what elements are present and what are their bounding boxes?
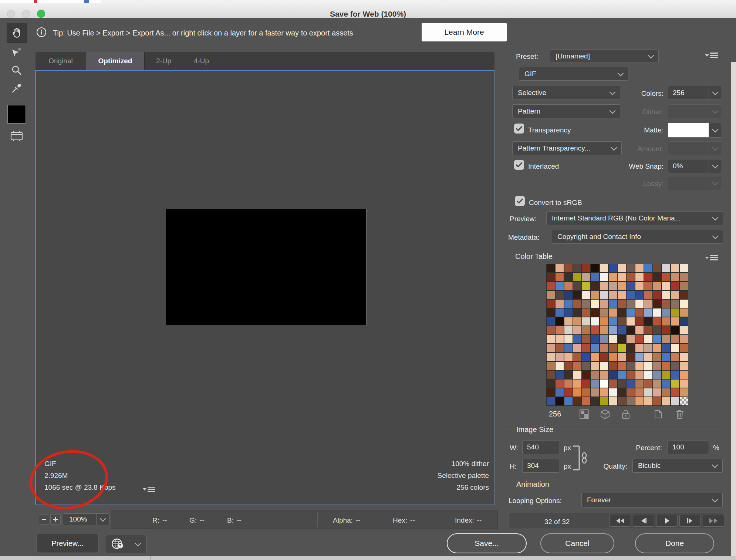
color-swatch[interactable] — [626, 344, 635, 352]
color-swatch[interactable] — [546, 299, 555, 308]
color-swatch[interactable] — [644, 273, 653, 281]
color-swatch[interactable] — [600, 388, 608, 397]
color-swatch[interactable] — [635, 281, 644, 290]
color-swatch[interactable] — [573, 335, 582, 344]
color-swatch[interactable] — [626, 335, 635, 344]
color-swatch[interactable] — [573, 308, 582, 317]
color-swatch[interactable] — [555, 264, 564, 273]
color-swatch[interactable] — [600, 344, 608, 352]
color-swatch[interactable] — [591, 388, 600, 397]
color-swatch[interactable] — [608, 352, 617, 361]
color-swatch[interactable] — [564, 299, 573, 308]
color-swatch[interactable] — [546, 317, 555, 326]
color-swatch[interactable] — [644, 281, 653, 290]
color-swatch[interactable] — [582, 308, 591, 317]
color-swatch[interactable] — [679, 397, 688, 406]
color-swatch[interactable] — [608, 397, 617, 406]
first-frame-button[interactable] — [610, 515, 631, 527]
color-swatch[interactable] — [679, 370, 688, 379]
color-swatch[interactable] — [635, 397, 644, 406]
color-swatch[interactable] — [555, 317, 564, 326]
color-swatch[interactable] — [573, 273, 582, 281]
last-frame-button[interactable] — [703, 515, 724, 527]
color-swatch[interactable] — [626, 388, 635, 397]
color-swatch[interactable] — [653, 317, 662, 326]
color-swatch[interactable] — [608, 281, 617, 290]
color-swatch[interactable] — [653, 290, 662, 299]
color-swatch[interactable] — [546, 335, 555, 344]
color-swatch[interactable] — [617, 281, 626, 290]
slice-select-tool[interactable] — [7, 45, 27, 60]
color-swatch[interactable] — [671, 281, 679, 290]
color-swatch[interactable] — [626, 281, 635, 290]
learn-more-button[interactable]: Learn More — [422, 23, 507, 41]
next-frame-button[interactable] — [679, 515, 701, 527]
color-swatch[interactable] — [600, 308, 608, 317]
color-swatch[interactable] — [671, 370, 679, 379]
color-swatch[interactable] — [564, 361, 573, 370]
color-swatch[interactable] — [600, 326, 608, 335]
matte-select[interactable] — [668, 123, 722, 138]
color-swatch[interactable] — [644, 370, 653, 379]
color-swatch[interactable] — [564, 317, 573, 326]
color-swatch[interactable] — [546, 308, 555, 317]
color-swatch[interactable] — [653, 308, 662, 317]
preset-select[interactable]: [Unnamed] — [550, 49, 659, 63]
color-swatch[interactable] — [573, 361, 582, 370]
color-swatch[interactable] — [653, 326, 662, 335]
zoom-out-button[interactable] — [39, 514, 49, 524]
color-swatch[interactable] — [635, 361, 644, 370]
color-swatch[interactable] — [662, 361, 671, 370]
color-swatch[interactable] — [573, 281, 582, 290]
color-swatch[interactable] — [546, 379, 555, 388]
color-swatch[interactable] — [644, 264, 653, 273]
color-swatch[interactable] — [617, 335, 626, 344]
color-swatch[interactable] — [582, 317, 591, 326]
color-swatch[interactable] — [608, 308, 617, 317]
color-swatch[interactable] — [653, 264, 662, 273]
color-swatch[interactable] — [608, 290, 617, 299]
color-swatch[interactable] — [662, 352, 671, 361]
new-color-button[interactable] — [652, 408, 664, 420]
color-swatch[interactable] — [600, 335, 608, 344]
color-swatch[interactable] — [600, 264, 608, 273]
color-swatch[interactable] — [546, 281, 555, 290]
preview-in-browser-button[interactable]: Preview... — [37, 534, 98, 553]
color-swatch[interactable] — [671, 352, 679, 361]
color-swatch[interactable] — [653, 273, 662, 281]
color-swatch[interactable] — [546, 264, 555, 273]
preview-image[interactable] — [166, 209, 367, 325]
color-swatch[interactable] — [617, 308, 626, 317]
color-swatch[interactable] — [555, 352, 564, 361]
color-swatch[interactable] — [600, 361, 608, 370]
color-swatch[interactable] — [555, 326, 564, 335]
transparency-dither-select[interactable]: Pattern Transparency... — [512, 141, 622, 155]
view-tab-original[interactable]: Original — [36, 52, 86, 70]
color-swatch[interactable] — [626, 370, 635, 379]
color-swatch[interactable] — [679, 361, 688, 370]
color-swatch[interactable] — [608, 379, 617, 388]
color-swatch[interactable] — [635, 264, 644, 273]
color-swatch[interactable] — [617, 379, 626, 388]
color-swatch[interactable] — [653, 352, 662, 361]
color-swatch[interactable] — [546, 352, 555, 361]
color-swatch[interactable] — [671, 273, 679, 281]
color-swatch[interactable] — [671, 361, 679, 370]
color-swatch[interactable] — [582, 344, 591, 352]
color-swatch[interactable] — [635, 273, 644, 281]
color-swatch[interactable] — [679, 264, 688, 273]
color-swatch[interactable] — [662, 308, 671, 317]
color-swatch[interactable] — [573, 344, 582, 352]
color-swatch[interactable] — [617, 397, 626, 406]
browser-preview-button[interactable]: ? — [105, 535, 130, 553]
color-swatch[interactable] — [582, 273, 591, 281]
color-swatch[interactable] — [679, 273, 688, 281]
color-swatch[interactable] — [600, 317, 608, 326]
color-swatch[interactable] — [591, 397, 600, 406]
delete-color-button[interactable] — [674, 408, 686, 420]
toolbar-color-swatch[interactable] — [7, 105, 26, 124]
color-swatch[interactable] — [582, 352, 591, 361]
color-swatch[interactable] — [573, 326, 582, 335]
color-swatch[interactable] — [608, 388, 617, 397]
toggle-slices-visibility-button[interactable] — [7, 128, 27, 144]
